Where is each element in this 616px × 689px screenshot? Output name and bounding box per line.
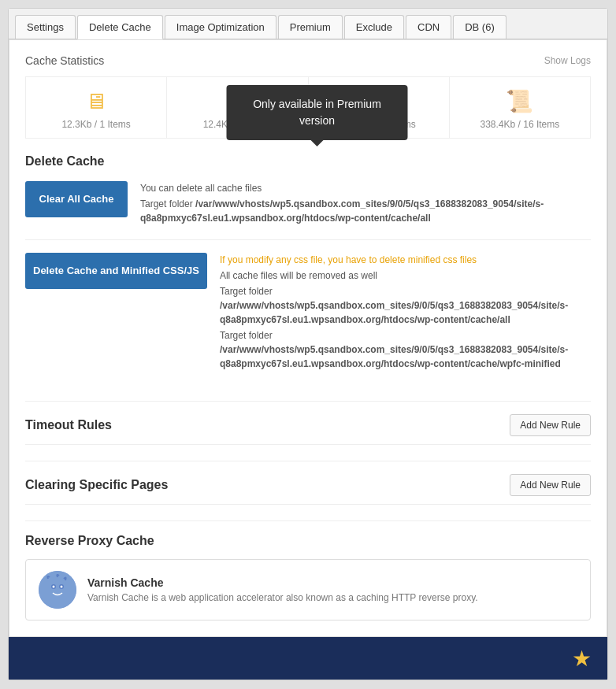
- reverse-proxy-title: Reverse Proxy Cache: [25, 534, 591, 548]
- divider-3: [25, 520, 591, 521]
- clear-info-primary: You can delete all cache files: [140, 181, 591, 195]
- minified-also-text: All cache files will be removed as well: [220, 269, 591, 283]
- stats-row: Only available in Premium version 12.3Kb…: [25, 76, 591, 139]
- clearing-specific-title: Clearing Specific Pages: [25, 478, 168, 492]
- main-content-area: Cache Statistics Show Logs Only availabl…: [9, 39, 607, 637]
- bottom-bar: ★: [9, 637, 607, 680]
- clearing-specific-header: Clearing Specific Pages Add New Rule: [25, 474, 591, 505]
- js-icon: [506, 88, 533, 114]
- varnish-description: Varnish Cache is a web application accel…: [87, 592, 478, 603]
- varnish-card: Varnish Cache Varnish Cache is a web app…: [25, 559, 591, 620]
- timeout-rules-title: Timeout Rules: [25, 418, 112, 432]
- delete-minified-row: Delete Cache and Minified CSS/JS If you …: [25, 253, 591, 385]
- star-icon: ★: [572, 646, 592, 672]
- svg-point-3: [53, 586, 55, 588]
- varnish-name: Varnish Cache: [87, 576, 478, 589]
- delete-minified-info: If you modify any css file, you have to …: [220, 253, 591, 372]
- minified-target2: Target folder /var/www/vhosts/wp5.qsandb…: [220, 328, 591, 371]
- minified-path1: /var/www/vhosts/wp5.qsandbox.com_sites/9…: [220, 300, 568, 325]
- stat-item-js: 338.4Kb / 16 Items: [450, 77, 590, 138]
- clear-all-cache-button[interactable]: Clear All Cache: [25, 181, 128, 217]
- timeout-rules-section: Timeout Rules Add New Rule: [25, 414, 591, 445]
- timeout-add-rule-button[interactable]: Add New Rule: [510, 414, 591, 436]
- tab-bar: Settings Delete Cache Image Optimization…: [9, 9, 607, 39]
- minified-orange-text: If you modify any css file, you have to …: [220, 253, 591, 267]
- minified-target1: Target folder /var/www/vhosts/wp5.qsandb…: [220, 284, 591, 327]
- clear-all-cache-info: You can delete all cache files Target fo…: [140, 181, 591, 227]
- tab-exclude[interactable]: Exclude: [344, 15, 404, 39]
- cache-statistics-title: Cache Statistics: [25, 54, 104, 67]
- tab-cdn[interactable]: CDN: [406, 15, 451, 39]
- clearing-specific-add-rule-button[interactable]: Add New Rule: [510, 474, 591, 496]
- show-logs-link[interactable]: Show Logs: [544, 55, 591, 66]
- divider-1: [25, 401, 591, 402]
- svg-point-4: [61, 586, 63, 588]
- delete-cache-title: Delete Cache: [25, 154, 591, 169]
- premium-tooltip: Only available in Premium version: [227, 85, 408, 140]
- tab-db[interactable]: DB (6): [453, 15, 507, 39]
- clear-all-cache-row: Clear All Cache You can delete all cache…: [25, 181, 591, 240]
- divider-2: [25, 461, 591, 461]
- main-container: Settings Delete Cache Image Optimization…: [8, 8, 608, 680]
- clear-target-path: /var/www/vhosts/wp5.qsandbox.com_sites/9…: [140, 198, 544, 224]
- tab-premium[interactable]: Premium: [278, 15, 343, 39]
- minified-path2: /var/www/vhosts/wp5.qsandbox.com_sites/9…: [220, 344, 568, 369]
- tab-image-optimization[interactable]: Image Optimization: [165, 15, 276, 39]
- varnish-info: Varnish Cache Varnish Cache is a web app…: [87, 576, 478, 603]
- stat-value-html: 12.3Kb / 1 Items: [61, 119, 130, 130]
- monitor-icon: [85, 88, 107, 114]
- tab-delete-cache[interactable]: Delete Cache: [77, 15, 163, 39]
- delete-minified-button[interactable]: Delete Cache and Minified CSS/JS: [25, 253, 207, 289]
- reverse-proxy-section: Reverse Proxy Cache: [25, 534, 591, 620]
- tab-settings[interactable]: Settings: [15, 15, 76, 39]
- delete-cache-section: Delete Cache Clear All Cache You can del…: [25, 154, 591, 385]
- cache-statistics-header: Cache Statistics Show Logs: [25, 54, 591, 67]
- stat-item-html: 12.3Kb / 1 Items: [26, 77, 167, 138]
- clearing-specific-section: Clearing Specific Pages Add New Rule: [25, 474, 591, 505]
- clear-info-target: Target folder /var/www/vhosts/wp5.qsandb…: [140, 197, 591, 225]
- varnish-avatar-svg: [39, 571, 76, 609]
- stat-value-js: 338.4Kb / 16 Items: [481, 119, 560, 130]
- timeout-rules-header: Timeout Rules Add New Rule: [25, 414, 591, 445]
- varnish-avatar: [39, 571, 76, 609]
